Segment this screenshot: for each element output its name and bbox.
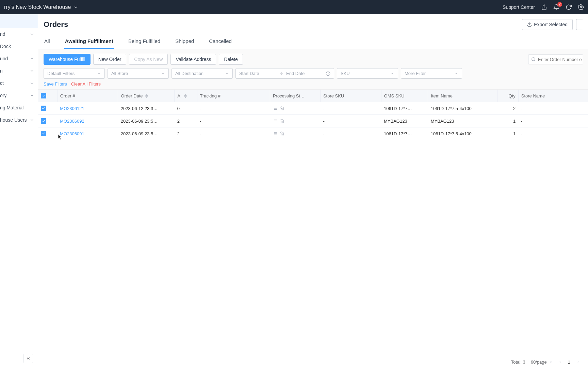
- orders-table: Order # Order Date A. Tracking # Process…: [38, 90, 588, 140]
- delete-button[interactable]: Delete: [219, 54, 243, 65]
- col-processing[interactable]: Processing St…: [270, 90, 320, 102]
- chevron-down-icon: [30, 93, 34, 98]
- cell-tracking: -: [197, 127, 270, 140]
- cell-store-name: -: [518, 127, 588, 140]
- cell-a: 2: [175, 127, 197, 140]
- col-store-name[interactable]: Store Name: [518, 90, 588, 102]
- col-oms-sku[interactable]: OMS SKU: [381, 90, 428, 102]
- list-icon: [273, 106, 277, 111]
- search-icon: [531, 57, 536, 62]
- cell-item-name: MYBAG123: [428, 115, 497, 127]
- caret-down-icon: [97, 72, 101, 76]
- col-order-no[interactable]: Order #: [57, 90, 118, 102]
- cell-qty: 1: [497, 127, 518, 140]
- cell-item-name: 1061D-17*7.5-4x100: [428, 102, 497, 115]
- order-link[interactable]: MO2306121: [60, 106, 84, 111]
- sidebar-item-2[interactable]: Dock: [0, 40, 38, 52]
- save-filters-link[interactable]: Save Filters: [44, 81, 67, 87]
- sidebar-item-8[interactable]: house Users: [0, 114, 38, 126]
- warehouse-icon: [279, 131, 284, 136]
- more-filter-select[interactable]: More Filter: [401, 68, 462, 79]
- prev-page-button[interactable]: [558, 359, 562, 365]
- cell-processing: [270, 102, 320, 115]
- share-icon[interactable]: [541, 4, 547, 10]
- col-order-date[interactable]: Order Date: [118, 90, 175, 102]
- row-checkbox[interactable]: [41, 118, 46, 124]
- settings-icon[interactable]: [578, 4, 584, 10]
- tab-awaiting-fulfillment[interactable]: Awaiting Fulfillment: [64, 35, 114, 49]
- checkbox-all[interactable]: [41, 93, 46, 98]
- sidebar-collapse-button[interactable]: [23, 354, 33, 363]
- svg-marker-10: [391, 73, 393, 74]
- notification-icon[interactable]: 2: [553, 4, 559, 10]
- warehouse-fulfill-button[interactable]: Warehouse Fulfill: [44, 54, 91, 65]
- sidebar-item-6[interactable]: ory: [0, 89, 38, 102]
- sort-icon: [145, 94, 148, 98]
- sku-select[interactable]: SKU: [337, 68, 398, 79]
- cell-order-date: 2023-06-09 23:5…: [118, 115, 175, 127]
- order-link[interactable]: MO2306092: [60, 119, 84, 124]
- copy-as-new-button[interactable]: Copy As New: [129, 54, 168, 65]
- page-size-select[interactable]: 60/page: [531, 359, 553, 365]
- sidebar-item-4[interactable]: n: [0, 65, 38, 77]
- cell-qty: 2: [497, 102, 518, 115]
- top-header: rry's New Stock Warehouse Support Center…: [0, 0, 588, 14]
- sidebar-item-label: house Users: [0, 117, 27, 123]
- refresh-icon[interactable]: [566, 4, 572, 10]
- support-center-link[interactable]: Support Center: [503, 4, 535, 10]
- cell-tracking: -: [197, 115, 270, 127]
- col-item-name[interactable]: Item Name: [428, 90, 497, 102]
- tab-all[interactable]: All: [44, 35, 51, 49]
- sidebar-item-label: nd: [0, 31, 5, 37]
- arrow-right-icon: [279, 71, 283, 76]
- cell-oms-sku: MYBAG123: [381, 115, 428, 127]
- validate-address-button[interactable]: Validate Address: [170, 54, 216, 65]
- sort-icon: [184, 94, 187, 98]
- cell-oms-sku: 1061D-17*7…: [381, 127, 428, 140]
- search-input-wrap[interactable]: [528, 55, 583, 64]
- sidebar-item-1[interactable]: nd: [0, 28, 38, 40]
- row-checkbox[interactable]: [41, 106, 46, 111]
- default-filters-select[interactable]: Default Filters: [44, 68, 105, 79]
- cell-item-name: 1061D-17*7.5-4x100: [428, 127, 497, 140]
- sidebar-item-7[interactable]: ng Material: [0, 102, 38, 114]
- col-checkbox[interactable]: [38, 90, 57, 102]
- col-tracking[interactable]: Tracking #: [197, 90, 270, 102]
- row-checkbox[interactable]: [41, 131, 46, 136]
- chevron-down-icon: [30, 32, 34, 36]
- next-page-button[interactable]: [576, 359, 580, 365]
- table-row[interactable]: MO23060912023-06-09 23:5…2--1061D-17*7…1…: [38, 127, 588, 140]
- chevron-down-icon: [74, 5, 78, 10]
- new-order-button[interactable]: New Order: [93, 54, 127, 65]
- order-link[interactable]: MO2306091: [60, 131, 84, 136]
- date-range-picker[interactable]: Start Date End Date: [235, 68, 334, 79]
- warehouse-switcher[interactable]: rry's New Stock Warehouse: [4, 4, 78, 10]
- chevron-down-icon: [30, 118, 34, 122]
- header-extra-button[interactable]: [576, 19, 583, 30]
- cell-order-date: 2023-06-12 23:3…: [118, 102, 175, 115]
- cell-qty: 1: [497, 115, 518, 127]
- table-row[interactable]: MO23061212023-06-12 23:3…0--1061D-17*7…1…: [38, 102, 588, 115]
- col-store-sku[interactable]: Store SKU: [320, 90, 381, 102]
- col-qty[interactable]: Qty: [497, 90, 518, 102]
- sidebar-item-5[interactable]: ct: [0, 77, 38, 89]
- table-row[interactable]: MO23060922023-06-09 23:5…2--MYBAG123MYBA…: [38, 115, 588, 127]
- tab-cancelled[interactable]: Cancelled: [208, 35, 232, 49]
- destination-select[interactable]: All Destination: [172, 68, 233, 79]
- caret-down-icon: [161, 72, 165, 76]
- store-select[interactable]: All Store: [108, 68, 169, 79]
- sidebar-item-3[interactable]: und: [0, 52, 38, 65]
- clear-all-filters-link[interactable]: Clear All Filters: [71, 81, 101, 87]
- svg-marker-11: [455, 73, 457, 74]
- export-selected-button[interactable]: Export Selected: [522, 19, 573, 30]
- tab-shipped[interactable]: Shipped: [175, 35, 195, 49]
- cell-store-sku: -: [320, 115, 381, 127]
- sidebar-item-label: n: [0, 68, 3, 74]
- tab-being-fulfilled[interactable]: Being Fulfilled: [128, 35, 161, 49]
- sidebar-item-0[interactable]: [0, 14, 38, 28]
- total-label: Total: 3: [511, 359, 525, 365]
- col-a[interactable]: A.: [175, 90, 197, 102]
- cell-processing: [270, 127, 320, 140]
- search-input[interactable]: [538, 57, 582, 62]
- cell-a: 0: [175, 102, 197, 115]
